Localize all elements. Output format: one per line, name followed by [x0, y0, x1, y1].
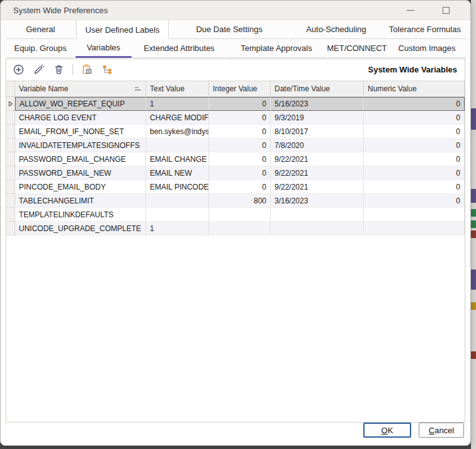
variable-name-cell: ALLOW_WO_REPEAT_EQUIP: [15, 97, 146, 111]
tab-general[interactable]: General: [6, 20, 75, 39]
table-row[interactable]: TABLECHANGELIMIT 800 3/16/2023 0: [6, 194, 465, 208]
datetime-value-cell: 9/22/2021: [271, 166, 364, 180]
edit-icon: [33, 64, 45, 76]
delete-variable-button[interactable]: [50, 62, 67, 77]
ok-button[interactable]: OK: [363, 423, 411, 438]
datetime-value-cell: 5/16/2023: [271, 97, 364, 111]
tab-auto-scheduling[interactable]: Auto-Scheduling: [290, 20, 383, 39]
paste-icon: [81, 64, 93, 76]
panel-title: System Wide Variables: [368, 65, 460, 74]
tab-met-connect[interactable]: MET/CONNECT: [327, 39, 387, 58]
maximize-button[interactable]: [438, 3, 454, 17]
text-value-cell: EMAIL PINCODE: [146, 180, 209, 194]
variable-name-cell: PASSWORD_EMAIL_NEW: [15, 166, 146, 180]
title-bar: System Wide Preferences: [1, 1, 470, 20]
variable-name-cell: TABLECHANGELIMIT: [15, 194, 146, 208]
integer-value-cell: 0: [209, 97, 271, 111]
column-header-text-value[interactable]: Text Value: [146, 81, 209, 96]
maximize-icon: [443, 7, 450, 14]
table-row[interactable]: INVALIDATETEMPLATESIGNOFFS 0 7/8/2020 0: [6, 139, 465, 152]
toolbar-separator: [72, 64, 73, 75]
table-row[interactable]: CHARGE LOG EVENT CHARGE MODIFIC 0 9/3/20…: [6, 111, 465, 125]
secondary-tab-strip: Equip. Groups Variables Extended Attribu…: [1, 39, 470, 58]
numeric-value-cell: 0: [364, 125, 465, 139]
edit-variable-button[interactable]: [30, 62, 47, 77]
numeric-value-cell: 0: [364, 111, 465, 125]
window-title: System Wide Preferences: [1, 6, 402, 15]
variable-name-cell: UNICODE_UPGRADE_COMPLETE: [15, 222, 146, 236]
add-icon: [13, 64, 25, 76]
row-indicator: [6, 222, 15, 236]
column-header-numeric-value[interactable]: Numeric Value: [364, 81, 465, 96]
datetime-value-cell: 7/8/2020: [271, 139, 364, 152]
text-value-cell: EMAIL NEW: [146, 166, 209, 180]
integer-value-cell: 0: [209, 166, 271, 180]
sort-ascending-icon: [134, 86, 142, 92]
table-row[interactable]: PINCODE_EMAIL_BODY EMAIL PINCODE 0 9/22/…: [6, 180, 465, 194]
dialog-footer: OK Cancel: [6, 420, 465, 440]
table-row[interactable]: TEMPLATELINKDEFAULTS: [6, 208, 465, 222]
datetime-value-cell: 9/22/2021: [271, 152, 364, 166]
tab-due-date-settings[interactable]: Due Date Settings: [170, 20, 288, 39]
variable-name-cell: CHARGE LOG EVENT: [15, 111, 146, 125]
integer-value-cell: 0: [209, 139, 271, 152]
datetime-value-cell: [271, 222, 364, 236]
paste-button[interactable]: [79, 62, 95, 77]
table-row[interactable]: PASSWORD_EMAIL_NEW EMAIL NEW 0 9/22/2021…: [6, 166, 465, 180]
variables-toolbar: System Wide Variables: [6, 59, 465, 79]
tab-user-defined-labels[interactable]: User Defined Labels: [76, 20, 169, 39]
table-row[interactable]: EMAIL_FROM_IF_NONE_SET ben.sykes@indyso …: [6, 125, 465, 139]
datetime-value-cell: 9/3/2019: [271, 111, 364, 125]
column-header-integer-value[interactable]: Integer Value: [209, 81, 271, 96]
column-header-variable-name[interactable]: Variable Name: [15, 81, 146, 96]
tab-equip-groups[interactable]: Equip. Groups: [6, 39, 74, 58]
integer-value-cell: 0: [209, 180, 271, 194]
row-indicator: [6, 194, 15, 208]
tree-view-icon: [101, 64, 113, 76]
variable-name-cell: PINCODE_EMAIL_BODY: [15, 180, 146, 194]
row-indicator: [6, 180, 15, 194]
variable-name-cell: TEMPLATELINKDEFAULTS: [15, 208, 146, 222]
delete-icon: [53, 64, 65, 76]
row-indicator: [6, 208, 15, 222]
tab-custom-images[interactable]: Custom Images: [388, 39, 466, 58]
datetime-value-cell: 3/16/2023: [271, 194, 364, 208]
numeric-value-cell: 0: [364, 139, 465, 152]
variables-tab-page: System Wide Variables Variable Name Text…: [6, 59, 465, 423]
row-indicator: [6, 125, 15, 139]
variables-grid: Variable Name Text Value Integer Value D…: [6, 81, 465, 236]
minimize-button[interactable]: [402, 3, 419, 17]
add-variable-button[interactable]: [10, 62, 26, 77]
primary-tab-strip: General User Defined Labels Due Date Set…: [1, 20, 470, 39]
text-value-cell: [146, 139, 209, 152]
integer-value-cell: 800: [209, 194, 271, 208]
grid-body: ALLOW_WO_REPEAT_EQUIP 1 0 5/16/2023 0 CH…: [6, 97, 465, 236]
background-window-sliver: [471, 0, 476, 449]
text-value-cell: 1: [146, 222, 209, 236]
tree-view-button[interactable]: [99, 62, 115, 77]
tab-variables[interactable]: Variables: [76, 39, 132, 58]
numeric-value-cell: [364, 208, 465, 222]
numeric-value-cell: 0: [364, 194, 465, 208]
datetime-value-cell: 8/10/2017: [271, 125, 364, 139]
numeric-value-cell: 0: [364, 166, 465, 180]
numeric-value-cell: 0: [364, 180, 465, 194]
variable-name-cell: PASSWORD_EMAIL_CHANGE: [15, 152, 146, 166]
table-row[interactable]: UNICODE_UPGRADE_COMPLETE 1: [6, 222, 465, 236]
tab-template-approvals[interactable]: Template Approvals: [227, 39, 326, 58]
numeric-value-cell: 0: [364, 152, 465, 166]
text-value-cell: ben.sykes@indyso: [146, 125, 209, 139]
datetime-value-cell: 9/22/2021: [271, 180, 364, 194]
integer-value-cell: 0: [209, 152, 271, 166]
row-indicator: [6, 139, 15, 152]
table-row[interactable]: ALLOW_WO_REPEAT_EQUIP 1 0 5/16/2023 0: [6, 97, 465, 111]
tab-tolerance-formulas[interactable]: Tolerance Formulas: [384, 20, 466, 39]
integer-value-cell: 0: [209, 111, 271, 125]
current-row-arrow-icon: [8, 101, 13, 107]
text-value-cell: 1: [146, 97, 209, 111]
column-header-datetime-value[interactable]: Date/Time Value: [271, 81, 364, 96]
minimize-icon: [407, 10, 414, 11]
tab-extended-attributes[interactable]: Extended Attributes: [133, 39, 226, 58]
table-row[interactable]: PASSWORD_EMAIL_CHANGE EMAIL CHANGE 0 9/2…: [6, 152, 465, 166]
cancel-button[interactable]: Cancel: [419, 423, 464, 438]
